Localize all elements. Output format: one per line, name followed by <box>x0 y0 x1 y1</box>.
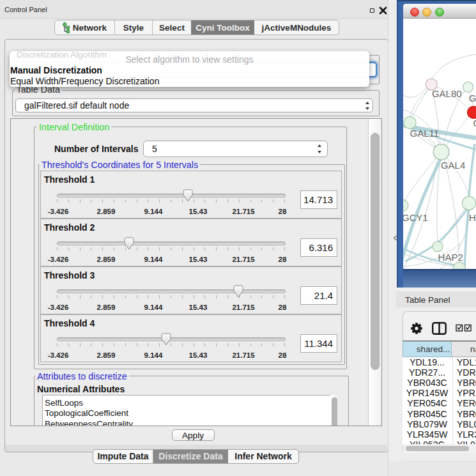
svg-text:GAL4: GAL4 <box>441 160 465 171</box>
svg-text:GAL11: GAL11 <box>410 128 440 139</box>
svg-text:GA: GA <box>469 93 476 104</box>
svg-text:H: H <box>469 212 476 223</box>
svg-text:C: C <box>473 118 476 128</box>
svg-text:GAL80: GAL80 <box>432 88 462 99</box>
svg-text:GCY1: GCY1 <box>403 212 428 223</box>
svg-text:HAP2: HAP2 <box>438 252 463 263</box>
